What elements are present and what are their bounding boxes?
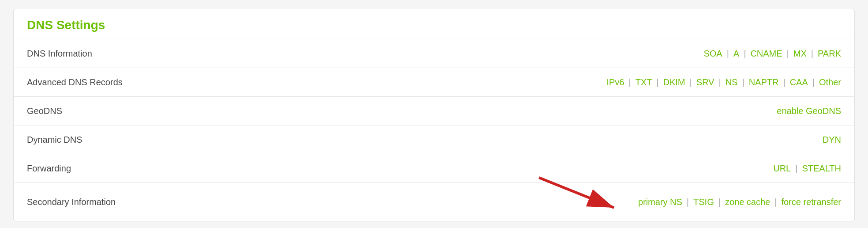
row-links-advanced-dns-records: IPv6|TXT|DKIM|SRV|NS|NAPTR|CAA|Other — [606, 77, 841, 87]
dkim-link[interactable]: DKIM — [663, 77, 685, 87]
row-label-secondary-information: Secondary Information — [27, 197, 116, 207]
row-label-forwarding: Forwarding — [27, 163, 71, 174]
row-label-dynamic-dns: Dynamic DNS — [27, 135, 82, 145]
link-separator: | — [787, 49, 789, 59]
row-links-secondary-information: primary NS|TSIG|zone cache|force retrans… — [535, 191, 841, 213]
row-label-geodns: GeoDNS — [27, 106, 62, 116]
svg-line-1 — [539, 178, 614, 208]
settings-row-geodns: GeoDNSenable GeoDNS — [14, 97, 854, 125]
row-links-forwarding: URL|STEALTH — [773, 163, 841, 174]
link-separator: | — [629, 77, 631, 87]
ipv6-link[interactable]: IPv6 — [606, 77, 624, 87]
caa-link[interactable]: CAA — [790, 77, 808, 87]
settings-row-advanced-dns-records: Advanced DNS RecordsIPv6|TXT|DKIM|SRV|NS… — [14, 68, 854, 97]
link-separator: | — [795, 163, 797, 174]
srv-link[interactable]: SRV — [696, 77, 715, 87]
url-link[interactable]: URL — [773, 163, 791, 174]
row-links-geodns: enable GeoDNS — [777, 106, 841, 116]
link-separator: | — [656, 77, 658, 87]
cname-link[interactable]: CNAME — [750, 49, 782, 59]
mx-link[interactable]: MX — [793, 49, 807, 59]
link-separator: | — [811, 49, 813, 59]
row-links-dns-information: SOA|A|CNAME|MX|PARK — [703, 49, 841, 59]
stealth-link[interactable]: STEALTH — [802, 163, 841, 174]
zone-cache-link[interactable]: zone cache — [725, 197, 770, 207]
other-link[interactable]: Other — [819, 77, 841, 87]
naptr-link[interactable]: NAPTR — [749, 77, 779, 87]
force-retransfer-link[interactable]: force retransfer — [781, 197, 841, 207]
settings-row-secondary-information: Secondary Information primary NS|TSIG|zo… — [14, 183, 854, 221]
park-link[interactable]: PARK — [818, 49, 841, 59]
link-separator: | — [727, 49, 729, 59]
link-separator: | — [718, 197, 721, 207]
page-title: DNS Settings — [14, 9, 854, 39]
settings-row-dynamic-dns: Dynamic DNSDYN — [14, 125, 854, 154]
dns-settings-panel: DNS Settings DNS InformationSOA|A|CNAME|… — [13, 9, 855, 221]
settings-row-forwarding: ForwardingURL|STEALTH — [14, 154, 854, 183]
link-separator: | — [774, 197, 777, 207]
soa-link[interactable]: SOA — [703, 49, 722, 59]
dyn-link[interactable]: DYN — [823, 135, 841, 145]
link-separator: | — [812, 77, 815, 87]
tsig-link[interactable]: TSIG — [693, 197, 714, 207]
ns-link[interactable]: NS — [726, 77, 738, 87]
txt-link[interactable]: TXT — [635, 77, 652, 87]
row-links-dynamic-dns: DYN — [823, 135, 841, 145]
enable-geodns-link[interactable]: enable GeoDNS — [777, 106, 841, 116]
link-separator: | — [742, 77, 744, 87]
red-arrow-icon — [535, 173, 632, 213]
row-label-advanced-dns-records: Advanced DNS Records — [27, 77, 123, 87]
link-separator: | — [687, 197, 689, 207]
primary-ns-link[interactable]: primary NS — [638, 197, 682, 207]
a-link[interactable]: A — [733, 49, 739, 59]
settings-row-dns-information: DNS InformationSOA|A|CNAME|MX|PARK — [14, 39, 854, 68]
link-separator: | — [783, 77, 785, 87]
row-label-dns-information: DNS Information — [27, 49, 92, 59]
link-separator: | — [718, 77, 721, 87]
link-separator: | — [744, 49, 746, 59]
link-separator: | — [689, 77, 692, 87]
